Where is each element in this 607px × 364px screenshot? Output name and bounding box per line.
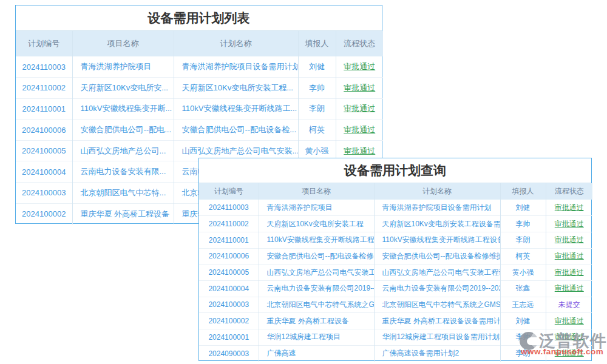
project-name-cell[interactable]: 北京朝阳区电气中芯特气系统之GMS [259, 297, 374, 313]
reporter-cell: 黄小强 [500, 265, 546, 281]
plan-id-link[interactable]: 2024110003 [16, 56, 72, 78]
status-link[interactable]: 审批通过 [546, 313, 592, 329]
table-row[interactable]: 2024110002 天府新区10Kv变电所安装工程 天府新区10Kv变电所安装… [199, 216, 592, 232]
status-link[interactable]: 审批通过 [546, 248, 592, 265]
plan-id-link[interactable]: 2024110002 [199, 216, 259, 232]
status-link[interactable]: 审批通过 [336, 98, 383, 120]
project-name-cell[interactable]: 山西弘文房地产总公司... [72, 140, 174, 161]
plan-name-cell[interactable]: 华润12城房建工程项目设备需用计划2 [374, 329, 500, 346]
plan-name-cell[interactable]: 重庆华夏 外高桥工程设备设备需用计划 [374, 313, 500, 329]
plan-id-link[interactable]: 2024100006 [16, 120, 72, 141]
column-header-status: 流程状态 [546, 183, 592, 200]
column-header-reporter: 填报人 [298, 31, 336, 56]
column-header-plan-id: 计划编号 [16, 31, 72, 56]
column-header-plan-name: 计划名称 [374, 183, 500, 200]
plan-id-link[interactable]: 2024100005 [199, 265, 259, 281]
column-header-plan-id: 计划编号 [199, 183, 259, 200]
watermark-url: www.fanpusoft.com [521, 347, 603, 356]
table-row[interactable]: 2024100006 安徽合肥供电公司--配电设备检修维护 安徽合肥供电公司--… [199, 248, 592, 265]
screen: 设备需用计划列表 计划编号 项目名称 计划名称 填报人 流程状态 2024110… [0, 0, 607, 364]
table-row[interactable]: 2024100003 北京朝阳区电气中芯特气系统之GMS 北京朝阳区电气中芯特气… [199, 297, 592, 313]
plan-id-link[interactable]: 2024100002 [16, 203, 72, 224]
reporter-cell: 张鑫 [500, 280, 546, 297]
reporter-cell: 刘健 [500, 200, 546, 216]
project-name-cell[interactable]: 天府新区10Kv变电所安... [72, 78, 174, 99]
plan-id-link[interactable]: 2024090003 [199, 345, 259, 362]
plan-name-cell[interactable]: 天府新区10Kv变电所安装工程设备需用计划 [374, 216, 500, 232]
reporter-cell: 刘健 [298, 56, 336, 78]
table-row[interactable]: 2024110001 110kV安徽线程集变开断线路工程 110kV安徽线程集变… [199, 232, 592, 248]
status-link[interactable]: 审批通过 [546, 232, 592, 248]
status-link[interactable]: 审批通过 [546, 200, 592, 216]
plan-name-cell[interactable]: 北京朝阳区电气中芯特气系统之GMS设备需用计划 [374, 297, 500, 313]
project-name-cell[interactable]: 安徽合肥供电公司--配电设备检修维护 [259, 248, 374, 265]
reporter-cell: 刘健 [500, 313, 546, 329]
project-name-cell[interactable]: 山西弘文房地产总公司电气安装工程 [259, 265, 374, 281]
plan-id-link[interactable]: 2024100003 [199, 297, 259, 313]
plan-name-cell[interactable]: 天府新区10Kv变电所安装工程... [174, 78, 298, 99]
page-title: 设备需用计划列表 [16, 5, 382, 31]
plan-name-cell[interactable]: 广佛高速设备需用计划2 [374, 345, 500, 362]
project-name-cell[interactable]: 重庆华夏 外高桥工程设备 [259, 313, 374, 329]
column-header-reporter: 填报人 [500, 183, 546, 200]
table-header-row: 计划编号 项目名称 计划名称 填报人 流程状态 [16, 31, 383, 56]
status-link[interactable]: 审批通过 [336, 78, 383, 99]
plan-id-link[interactable]: 2024100004 [199, 280, 259, 297]
project-name-cell[interactable]: 云南电力设备安装有限... [72, 161, 174, 183]
reporter-cell: 李帅 [500, 216, 546, 232]
plan-id-link[interactable]: 2024100003 [16, 183, 72, 204]
project-name-cell[interactable]: 天府新区10Kv变电所安装工程 [259, 216, 374, 232]
status-link[interactable]: 审批通过 [546, 216, 592, 232]
reporter-cell: 柯英 [298, 120, 336, 141]
plan-id-link[interactable]: 2024110001 [16, 98, 72, 120]
plan-id-link[interactable]: 2024100006 [199, 248, 259, 265]
table-header-row: 计划编号 项目名称 计划名称 填报人 流程状态 [199, 183, 592, 200]
project-name-cell[interactable]: 青海洪湖养护院项目 [72, 56, 174, 78]
plan-id-link[interactable]: 2024100004 [16, 161, 72, 183]
plan-name-cell[interactable]: 110kV安徽线程集变开断线路工... [174, 98, 298, 120]
status-link[interactable]: 未提交 [546, 297, 592, 313]
reporter-cell: 李帅 [298, 78, 336, 99]
plan-id-link[interactable]: 2024110002 [16, 78, 72, 99]
column-header-status: 流程状态 [336, 31, 383, 56]
plan-name-cell[interactable]: 安徽合肥供电公司--配电设备检修维护设备需用计划 [374, 248, 500, 265]
reporter-cell: 李朗 [500, 232, 546, 248]
project-name-cell[interactable]: 重庆华夏 外高桥工程设备 [72, 203, 174, 224]
project-name-cell[interactable]: 北京朝阳区电气中芯特... [72, 183, 174, 204]
table-row[interactable]: 2024100002 重庆华夏 外高桥工程设备 重庆华夏 外高桥工程设备设备需用… [199, 313, 592, 329]
table-row[interactable]: 2024100005 山西弘文房地产总公司电气安装工程 山西弘文房地产总公司电气… [199, 265, 592, 281]
status-link[interactable]: 审批通过 [546, 280, 592, 297]
plan-id-link[interactable]: 2024110001 [199, 232, 259, 248]
project-name-cell[interactable]: 110kV安徽线程集变开断线路工程 [259, 232, 374, 248]
table-row[interactable]: 2024100004 云南电力设备安装有限公司2019--2021 云南电力设备… [199, 280, 592, 297]
table-row[interactable]: 2024110001 110kV安徽线程集变开断... 110kV安徽线程集变开… [16, 98, 383, 120]
plan-name-cell[interactable]: 山西弘文房地产总公司电气安装工程设备需用计划 [374, 265, 500, 281]
page-title: 设备需用计划查询 [199, 158, 591, 183]
project-name-cell[interactable]: 广佛高速 [259, 345, 374, 362]
status-link[interactable]: 审批通过 [546, 265, 592, 281]
project-name-cell[interactable]: 110kV安徽线程集变开断... [72, 98, 174, 120]
column-header-project-name: 项目名称 [72, 31, 174, 56]
plan-name-cell[interactable]: 青海洪湖养护院项目设备需用计划 [174, 56, 298, 78]
plan-name-cell[interactable]: 云南电力设备安装有限公司2019--2021设备需用计划 [374, 280, 500, 297]
plan-id-link[interactable]: 2024100005 [16, 140, 72, 161]
reporter-cell: 李朗 [298, 98, 336, 120]
plan-name-cell[interactable]: 110kV安徽线程集变开断线路工程设备需用计划 [374, 232, 500, 248]
plan-id-link[interactable]: 2024100001 [199, 329, 259, 346]
reporter-cell: 柯英 [500, 248, 546, 265]
project-name-cell[interactable]: 安徽合肥供电公司--配电... [72, 120, 174, 141]
project-name-cell[interactable]: 青海洪湖养护院项目 [259, 200, 374, 216]
reporter-cell: 王志远 [500, 297, 546, 313]
plan-id-link[interactable]: 2024110003 [199, 200, 259, 216]
plan-name-cell[interactable]: 青海洪湖养护院项目设备需用计划 [374, 200, 500, 216]
table-row[interactable]: 2024110003 青海洪湖养护院项目 青海洪湖养护院项目设备需用计划 刘健 … [16, 56, 383, 78]
project-name-cell[interactable]: 华润12城房建工程项目 [259, 329, 374, 346]
table-row[interactable]: 2024110003 青海洪湖养护院项目 青海洪湖养护院项目设备需用计划 刘健 … [199, 200, 592, 216]
project-name-cell[interactable]: 云南电力设备安装有限公司2019--2021 [259, 280, 374, 297]
table-row[interactable]: 2024100006 安徽合肥供电公司--配电... 安徽合肥供电公司--配电设… [16, 120, 383, 141]
plan-id-link[interactable]: 2024100002 [199, 313, 259, 329]
table-row[interactable]: 2024110002 天府新区10Kv变电所安... 天府新区10Kv变电所安装… [16, 78, 383, 99]
status-link[interactable]: 审批通过 [336, 56, 383, 78]
plan-name-cell[interactable]: 安徽合肥供电公司--配电设备检... [174, 120, 298, 141]
status-link[interactable]: 审批通过 [336, 120, 383, 141]
